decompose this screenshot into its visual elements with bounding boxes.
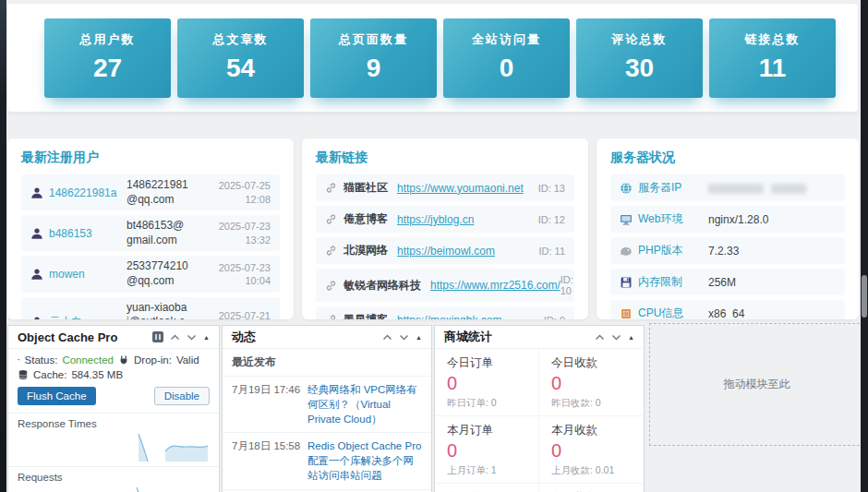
drop-zone-label: 拖动模块至此 (724, 377, 790, 392)
object-cache-pro-body: Status: Connected Drop-in: Valid Cache: … (8, 349, 219, 492)
server-row: Web环境 nginx/1.28.0 (610, 206, 845, 233)
link-id: ID: 11 (538, 246, 565, 257)
server-row-value: nginx/1.28.0 (708, 213, 768, 226)
link-name: 倦意博客 (344, 211, 388, 227)
widget-header-controls: ▲ (152, 331, 210, 342)
cache-label: Cache: (33, 369, 66, 380)
post-title-link[interactable]: 经典网络和 VPC网络有何区别？（Virtual Private Cloud） (307, 382, 422, 426)
post-title-link[interactable]: Redis Object Cache Pro配置一个库解决多个网站访问串站问题 (307, 438, 422, 483)
stat-value: 54 (177, 54, 304, 83)
stat-label: 总文章数 (177, 31, 304, 48)
link-icon (325, 213, 344, 225)
plug-icon (118, 354, 129, 366)
post-date: 7月19日 17:46 (232, 382, 307, 426)
user-icon (30, 268, 49, 281)
user-name-link[interactable]: b486153 (49, 227, 127, 240)
dropin-col: Drop-in: Valid (118, 354, 199, 366)
widget-options-icon[interactable] (152, 331, 163, 342)
link-url[interactable]: https://www.mrz2516.com/ (430, 279, 561, 292)
widget-header[interactable]: Object Cache Pro ▲ (8, 326, 219, 349)
widget-title: 动态 (232, 329, 382, 345)
dropin-value: Valid (176, 354, 199, 366)
shop-stat-label: 本月收款 (551, 423, 632, 438)
link-url[interactable]: https://www.youmaoni.net (397, 182, 538, 195)
user-row: mowen 2533774210@qq.com 2025-07-23 10:04 (21, 256, 280, 292)
link-id: ID: 13 (538, 183, 565, 194)
link-name: 敏锐者网络科技 (344, 278, 421, 294)
server-status-card: 服务器状况 服务器IP Web环境 nginx/1.28.0 PHP版本 7.2… (597, 138, 859, 319)
shop-stat-label: 本月订单 (447, 423, 526, 438)
response-times-sparkline (18, 431, 208, 464)
latest-users-title: 最新注册用户 (21, 150, 280, 166)
shop-stat-sub: 昨日收款: 0 (551, 397, 632, 410)
chevron-down-icon[interactable] (187, 334, 197, 341)
page-scrollbar[interactable] (861, 0, 868, 492)
link-url[interactable]: https://beimowl.com (397, 245, 538, 258)
chevron-up-icon[interactable] (382, 334, 392, 341)
shop-stat-cell: 有效单量 1 今年订单: 1 (435, 484, 539, 492)
server-row-label: Web环境 (638, 211, 708, 227)
shop-stats-grid: 今日订单 0 昨日订单: 0 今日收款 0 昨日收款: 0 本月订单 0 上月订… (435, 349, 644, 492)
link-row: 墨星博客 https://moxingbk.com ID: 9 (316, 306, 574, 319)
link-row: 猫匿社区 https://www.youmaoni.net ID: 13 (316, 174, 574, 201)
status-line: Status: Connected Drop-in: Valid (18, 354, 210, 366)
link-url[interactable]: https://jyblog.cn (397, 213, 538, 226)
link-url[interactable]: https://moxingbk.com (397, 314, 544, 320)
server-row-label: PHP版本 (638, 243, 708, 258)
user-register-date: 2025-07-23 10:04 (193, 261, 271, 288)
shop-stat-cell: 本月收款 0 上月收款: 0.01 (539, 416, 644, 484)
link-name: 猫匿社区 (344, 180, 388, 196)
response-times-label: Response Times (18, 414, 210, 431)
user-name-link[interactable]: 元小白 (49, 314, 127, 319)
link-icon (325, 245, 344, 257)
scrollbar-thumb[interactable] (862, 275, 867, 318)
toggle-triangle-icon[interactable]: ▲ (203, 334, 210, 341)
link-icon (325, 314, 344, 319)
user-register-date: 2025-07-23 13:32 (193, 220, 271, 246)
server-row: 服务器IP (610, 174, 845, 201)
link-id: ID: 12 (538, 214, 565, 225)
cache-buttons-row: Flush Cache Disable (18, 387, 210, 405)
user-name-link[interactable]: mowen (49, 268, 127, 281)
shop-stat-value: 0 (447, 439, 526, 462)
user-register-date: 2025-07-25 12:08 (193, 179, 271, 206)
status-col: Status: Connected (18, 354, 114, 366)
server-row-label: 服务器IP (638, 180, 708, 196)
link-row: 倦意博客 https://jyblog.cn ID: 12 (316, 206, 574, 233)
disable-button[interactable]: Disable (154, 387, 210, 405)
shop-stat-sub: 上月订单: 1 (447, 464, 526, 477)
widget-header-controls: ▲ (382, 334, 422, 341)
user-icon (30, 227, 49, 240)
stat-label: 总页面数量 (310, 31, 437, 48)
widget-drop-zone[interactable]: 拖动模块至此 (649, 323, 864, 446)
toggle-triangle-icon[interactable]: ▲ (416, 334, 422, 341)
widget-header[interactable]: 动态 ▲ (223, 326, 431, 349)
database-icon (18, 369, 29, 380)
chevron-down-icon[interactable] (611, 334, 621, 341)
stat-card-total-links: 链接总数 11 (709, 18, 836, 98)
user-name-link[interactable]: 1486221981a (49, 186, 127, 199)
stat-value: 9 (310, 54, 437, 83)
server-row-label: 内存限制 (638, 274, 708, 290)
chevron-down-icon[interactable] (399, 334, 409, 341)
server-row-label: CPU信息 (638, 306, 708, 319)
shop-stat-label: 今日订单 (447, 355, 526, 371)
php-icon (620, 245, 638, 258)
cache-size-line: Cache: 584.35 MB (18, 369, 210, 380)
shop-stat-cell: 本月订单 0 上月订单: 1 (435, 416, 539, 484)
flush-cache-button[interactable]: Flush Cache (18, 387, 96, 405)
server-row: 内存限制 256M (610, 269, 845, 295)
widget-header[interactable]: 商城统计 ▲ (435, 326, 644, 349)
stat-label: 链接总数 (709, 31, 836, 48)
user-email: 1486221981@qq.com (127, 178, 193, 207)
stat-value: 11 (709, 54, 836, 83)
toggle-triangle-icon[interactable]: ▲ (628, 334, 634, 341)
object-cache-pro-widget: Object Cache Pro ▲ Status: Connected Dro… (7, 325, 220, 492)
user-register-date: 2025-07-21 13:05 (193, 309, 271, 319)
chevron-up-icon[interactable] (170, 334, 180, 341)
stat-card-total-posts: 总文章数 54 (177, 18, 304, 98)
shop-stat-value: 0 (551, 439, 632, 462)
recently-published-label: 最近发布 (223, 349, 431, 376)
chevron-up-icon[interactable] (595, 334, 605, 341)
memory-icon (620, 276, 638, 289)
